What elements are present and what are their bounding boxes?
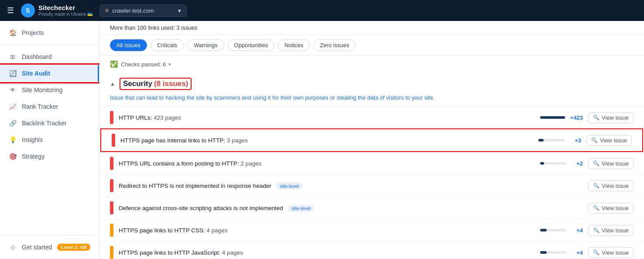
search-icon-6: 🔍 <box>593 227 599 233</box>
sidebar-label-get-started: Get started <box>22 244 52 251</box>
bar-fill-https-js <box>540 251 547 254</box>
view-issue-btn-defence[interactable]: 🔍 View issue <box>588 203 634 214</box>
issue-label-defence: Defence against cross-site scripting att… <box>119 205 565 211</box>
main-content: More than 100 links used: 3 issues All i… <box>99 21 644 259</box>
domain-name: crawler-test.com <box>112 7 154 14</box>
issue-row-defence: Defence against cross-site scripting att… <box>99 197 644 219</box>
site-level-badge-defence: site-level <box>288 205 314 212</box>
sidebar-item-projects[interactable]: 🏠 Projects <box>0 24 99 41</box>
issue-label-https-css: HTTPS page links to HTTP CSS: 4 pages <box>119 227 535 234</box>
sidebar-label-insights: Insights <box>22 136 43 143</box>
bar-https-css <box>540 229 566 231</box>
sidebar-divider-1 <box>0 45 99 45</box>
view-issue-btn-https-css[interactable]: 🔍 View issue <box>588 225 634 236</box>
bar-https-form <box>540 162 566 165</box>
bar-area-https-css: +4 <box>540 227 583 234</box>
filter-tabs: All issues Criticals Warnings Opportunit… <box>99 35 644 56</box>
bar-https-js <box>540 251 566 254</box>
insights-icon: 💡 <box>9 136 17 144</box>
top-nav: ☰ S Sitechecker Proudly made in Ukraine … <box>0 0 644 21</box>
issue-row-https-internal: HTTPS page has internal links to HTTP: 3… <box>100 128 643 152</box>
sidebar-item-site-audit[interactable]: 🔄 Site Audit <box>0 65 99 82</box>
layout: 🏠 Projects ⊞ Dashboard 🔄 Site Audit 👁 Si… <box>0 21 644 259</box>
strategy-icon: 🎯 <box>9 152 17 160</box>
tab-warnings[interactable]: Warnings <box>187 39 224 51</box>
domain-caret: ▾ <box>178 7 181 14</box>
sidebar-item-strategy[interactable]: 🎯 Strategy <box>0 148 99 165</box>
view-issue-btn-https-js[interactable]: 🔍 View issue <box>588 247 634 258</box>
sidebar-divider-2 <box>0 235 99 235</box>
sidebar-label-dashboard: Dashboard <box>22 53 52 60</box>
count-http-urls: +423 <box>570 114 583 121</box>
issue-row-http-urls: HTTP URLs: 423 pages +423 🔍 View issue <box>99 106 644 128</box>
issue-label-https-js: HTTPS page links to HTTP JavaScript: 4 p… <box>119 249 535 256</box>
backlink-tracker-icon: 🔗 <box>9 119 17 127</box>
brand-name: Sitechecker <box>38 4 92 12</box>
rank-tracker-icon: 📈 <box>9 103 17 111</box>
bar-area-https-internal: +3 <box>538 137 581 144</box>
sidebar-item-rank-tracker[interactable]: 📈 Rank Tracker <box>0 98 99 115</box>
hamburger-menu[interactable]: ☰ <box>7 6 14 15</box>
view-issue-btn-redirect[interactable]: 🔍 View issue <box>588 180 634 191</box>
brand: S Sitechecker Proudly made in Ukraine 🇺🇦 <box>21 3 92 17</box>
site-audit-icon: 🔄 <box>9 69 17 77</box>
checks-caret-icon: ▾ <box>168 62 171 67</box>
dashboard-icon: ⊞ <box>9 53 17 61</box>
issue-row-https-form: HTTPS URL contains a form posting to HTT… <box>99 152 644 174</box>
checks-passed-label-top: Checks passed: 6 <box>121 61 166 68</box>
search-icon-5: 🔍 <box>593 205 599 211</box>
issue-row-redirect-https: Redirect to HTTPS is not implemented in … <box>99 174 644 197</box>
count-https-internal: +3 <box>568 137 581 144</box>
bar-area-http-urls: +423 <box>540 114 583 121</box>
sidebar-label-strategy: Strategy <box>22 153 45 160</box>
tab-opportunities[interactable]: Opportunities <box>228 39 274 51</box>
sidebar-item-insights[interactable]: 💡 Insights <box>0 131 99 148</box>
sidebar-label-site-audit: Site Audit <box>22 70 50 77</box>
domain-selector[interactable]: crawler-test.com ▾ <box>99 4 187 17</box>
view-issue-btn-https-internal[interactable]: 🔍 View issue <box>586 135 632 146</box>
search-icon-7: 🔍 <box>593 249 599 256</box>
check-circle-icon: ✅ <box>110 60 118 68</box>
tab-notices[interactable]: Notices <box>278 39 310 51</box>
view-issue-btn-http-urls[interactable]: 🔍 View issue <box>588 112 634 123</box>
sidebar-item-site-monitoring[interactable]: 👁 Site Monitoring <box>0 82 99 98</box>
sidebar-label-site-monitoring: Site Monitoring <box>22 86 62 93</box>
issue-row-https-css: HTTPS page links to HTTP CSS: 4 pages +4… <box>99 219 644 241</box>
sidebar-item-backlink-tracker[interactable]: 🔗 Backlink Tracker <box>0 115 99 131</box>
collapse-icon[interactable]: ▲ <box>110 81 115 87</box>
domain-dot <box>105 9 109 12</box>
sidebar-item-get-started[interactable]: ◇ Get started Level 2: 4/8 <box>0 239 99 256</box>
home-icon: 🏠 <box>9 29 17 37</box>
security-section-header: ▲ Security (8 issues) <box>99 73 644 93</box>
indicator-https-form <box>110 157 113 170</box>
bar-http-urls <box>540 116 566 119</box>
indicator-https-js <box>110 246 113 259</box>
indicator-redirect-https <box>110 179 113 192</box>
issue-label-https-internal: HTTPS page has internal links to HTTP: 3… <box>120 137 533 144</box>
tab-all-issues[interactable]: All issues <box>110 39 147 51</box>
security-title: Security (8 issues) <box>120 78 192 90</box>
bar-fill-https-internal <box>538 139 544 142</box>
brand-logo: S <box>21 3 35 17</box>
tab-zero-issues[interactable]: Zero issues <box>313 39 356 51</box>
count-https-css: +4 <box>570 227 583 234</box>
security-title-text: Security <box>123 79 152 88</box>
bar-area-https-js: +4 <box>540 249 583 256</box>
indicator-https-internal <box>112 134 115 147</box>
issue-label-redirect-https: Redirect to HTTPS is not implemented in … <box>119 183 565 189</box>
count-https-js: +4 <box>570 249 583 256</box>
site-level-badge-redirect: site-level <box>276 183 302 190</box>
search-icon: 🔍 <box>593 114 599 121</box>
search-icon-3: 🔍 <box>593 160 599 166</box>
sidebar-item-dashboard[interactable]: ⊞ Dashboard <box>0 48 99 65</box>
checks-passed-top[interactable]: ✅ Checks passed: 6 ▾ <box>99 56 644 73</box>
brand-text-block: Sitechecker Proudly made in Ukraine 🇺🇦 <box>38 4 92 17</box>
sidebar: 🏠 Projects ⊞ Dashboard 🔄 Site Audit 👁 Si… <box>0 21 99 259</box>
view-issue-btn-https-form[interactable]: 🔍 View issue <box>588 158 634 169</box>
indicator-http-urls <box>110 111 113 124</box>
search-icon-2: 🔍 <box>591 137 598 143</box>
bar-fill-https-form <box>540 162 544 165</box>
tab-criticals[interactable]: Criticals <box>151 39 184 51</box>
cutoff-text: More than 100 links used: 3 issues <box>110 24 634 35</box>
sidebar-label-rank-tracker: Rank Tracker <box>22 103 58 110</box>
